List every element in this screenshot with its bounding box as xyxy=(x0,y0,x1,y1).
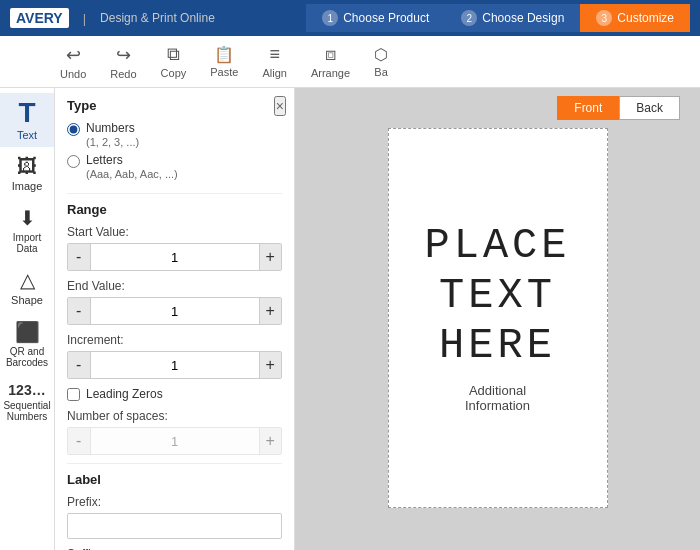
canvas-tab-front[interactable]: Front xyxy=(557,96,619,120)
sidebar-item-qr-barcodes[interactable]: ⬛ QR and Barcodes xyxy=(0,314,54,374)
paste-label: Paste xyxy=(210,66,238,78)
shape-icon: △ xyxy=(20,268,35,292)
start-value-label: Start Value: xyxy=(67,225,282,239)
prefix-input[interactable] xyxy=(67,513,282,539)
sequential-icon: 123… xyxy=(8,382,45,398)
range-section: Range Start Value: - + End Value: - + In… xyxy=(67,202,282,379)
range-section-title: Range xyxy=(67,202,282,217)
top-bar: AVERY | Design & Print Online 1 Choose P… xyxy=(0,0,700,36)
leading-zeros-checkbox[interactable] xyxy=(67,388,80,401)
type-letters-group: Letters (Aaa, Aab, Aac, ...) xyxy=(86,153,178,181)
start-value-minus[interactable]: - xyxy=(68,244,91,270)
divider-1 xyxy=(67,193,282,194)
align-icon: ≡ xyxy=(269,44,280,65)
type-section-title: Type xyxy=(67,98,282,113)
label-text-line3: Here xyxy=(439,323,556,369)
canvas-tab-back[interactable]: Back xyxy=(619,96,680,120)
step-customize[interactable]: 3 Customize xyxy=(580,4,690,32)
sidebar: T Text 🖼 Image ⬇ Import Data △ Shape ⬛ Q… xyxy=(0,88,55,550)
end-value-row: - + xyxy=(67,297,282,325)
brand-tagline: Design & Print Online xyxy=(100,11,215,25)
additional-info-text: AdditionalInformation xyxy=(465,383,530,413)
avery-logo: AVERY xyxy=(10,8,69,28)
divider: | xyxy=(83,11,86,26)
end-value-input[interactable] xyxy=(91,298,259,324)
type-radio-group: Numbers (1, 2, 3, ...) Letters (Aaa, Aab… xyxy=(67,121,282,181)
copy-label: Copy xyxy=(161,67,187,79)
toolbar-arrange[interactable]: ⧈ Arrange xyxy=(311,44,350,79)
type-numbers-group: Numbers (1, 2, 3, ...) xyxy=(86,121,139,149)
end-value-label: End Value: xyxy=(67,279,282,293)
toolbar-copy[interactable]: ⧉ Copy xyxy=(161,44,187,79)
brand: AVERY | Design & Print Online xyxy=(10,8,215,28)
step-choose-design[interactable]: 2 Choose Design xyxy=(445,4,580,32)
step-choose-product[interactable]: 1 Choose Product xyxy=(306,4,445,32)
sidebar-import-label: Import Data xyxy=(4,232,50,254)
increment-minus[interactable]: - xyxy=(68,352,91,378)
sidebar-item-sequential-numbers[interactable]: 123… Sequential Numbers xyxy=(0,376,54,428)
sidebar-item-image[interactable]: 🖼 Image xyxy=(0,149,54,198)
import-icon: ⬇ xyxy=(19,206,36,230)
align-label: Align xyxy=(262,67,286,79)
leading-zeros-label: Leading Zeros xyxy=(86,387,163,401)
image-icon: 🖼 xyxy=(17,155,37,178)
type-letters-option[interactable]: Letters (Aaa, Aab, Aac, ...) xyxy=(67,153,282,181)
toolbar-redo[interactable]: ↪ Redo xyxy=(110,44,136,80)
sidebar-image-label: Image xyxy=(12,180,43,192)
sidebar-sequential-label: Sequential Numbers xyxy=(3,400,50,422)
sidebar-shape-label: Shape xyxy=(11,294,43,306)
type-numbers-option[interactable]: Numbers (1, 2, 3, ...) xyxy=(67,121,282,149)
toolbar-undo[interactable]: ↩ Undo xyxy=(60,44,86,80)
spaces-plus[interactable]: + xyxy=(259,428,282,454)
arrange-label: Arrange xyxy=(311,67,350,79)
increment-plus[interactable]: + xyxy=(259,352,282,378)
toolbar: ↩ Undo ↪ Redo ⧉ Copy 📋 Paste ≡ Align ⧈ A… xyxy=(0,36,700,88)
toolbar-ba[interactable]: ⬡ Ba xyxy=(374,45,388,78)
start-value-input[interactable] xyxy=(91,244,259,270)
panel-close-button[interactable]: × xyxy=(274,96,286,116)
end-value-plus[interactable]: + xyxy=(259,298,282,324)
toolbar-align[interactable]: ≡ Align xyxy=(262,44,286,79)
toolbar-paste[interactable]: 📋 Paste xyxy=(210,45,238,78)
copy-icon: ⧉ xyxy=(167,44,180,65)
type-numbers-label: Numbers xyxy=(86,121,135,135)
undo-label: Undo xyxy=(60,68,86,80)
start-value-plus[interactable]: + xyxy=(259,244,282,270)
type-numbers-radio[interactable] xyxy=(67,123,80,136)
increment-row: - + xyxy=(67,351,282,379)
sidebar-text-label: Text xyxy=(17,129,37,141)
step-3-num: 3 xyxy=(596,10,612,26)
start-value-row: - + xyxy=(67,243,282,271)
sidebar-item-shape[interactable]: △ Shape xyxy=(0,262,54,312)
type-letters-radio[interactable] xyxy=(67,155,80,168)
spaces-minus[interactable]: - xyxy=(68,428,91,454)
qr-icon: ⬛ xyxy=(15,320,40,344)
label-additional-info: AdditionalInformation xyxy=(465,383,530,413)
label-canvas[interactable]: Place Text Here AdditionalInformation xyxy=(388,128,608,508)
increment-input[interactable] xyxy=(91,352,259,378)
arrange-icon: ⧈ xyxy=(325,44,336,65)
spaces-input[interactable] xyxy=(91,428,259,454)
label-text-line1: Place xyxy=(424,223,570,269)
step-2-label: Choose Design xyxy=(482,11,564,25)
sequential-numbers-panel: × Type Numbers (1, 2, 3, ...) Letters (A… xyxy=(55,88,295,550)
ba-icon: ⬡ xyxy=(374,45,388,64)
prefix-label: Prefix: xyxy=(67,495,282,509)
step-2-num: 2 xyxy=(461,10,477,26)
label-text-line2: Text xyxy=(439,273,556,319)
ba-label: Ba xyxy=(374,66,387,78)
redo-label: Redo xyxy=(110,68,136,80)
spaces-row: - + xyxy=(67,427,282,455)
leading-zeros-row: Leading Zeros xyxy=(67,387,282,401)
label-section-title: Label xyxy=(67,472,282,487)
steps-nav: 1 Choose Product 2 Choose Design 3 Custo… xyxy=(306,4,690,32)
sidebar-item-import-data[interactable]: ⬇ Import Data xyxy=(0,200,54,260)
main-layout: T Text 🖼 Image ⬇ Import Data △ Shape ⬛ Q… xyxy=(0,88,700,550)
type-numbers-sub: (1, 2, 3, ...) xyxy=(86,136,139,148)
divider-2 xyxy=(67,463,282,464)
redo-icon: ↪ xyxy=(116,44,131,66)
end-value-minus[interactable]: - xyxy=(68,298,91,324)
paste-icon: 📋 xyxy=(214,45,234,64)
canvas-area: Front Back Place Text Here AdditionalInf… xyxy=(295,88,700,550)
sidebar-item-text[interactable]: T Text xyxy=(0,93,54,147)
